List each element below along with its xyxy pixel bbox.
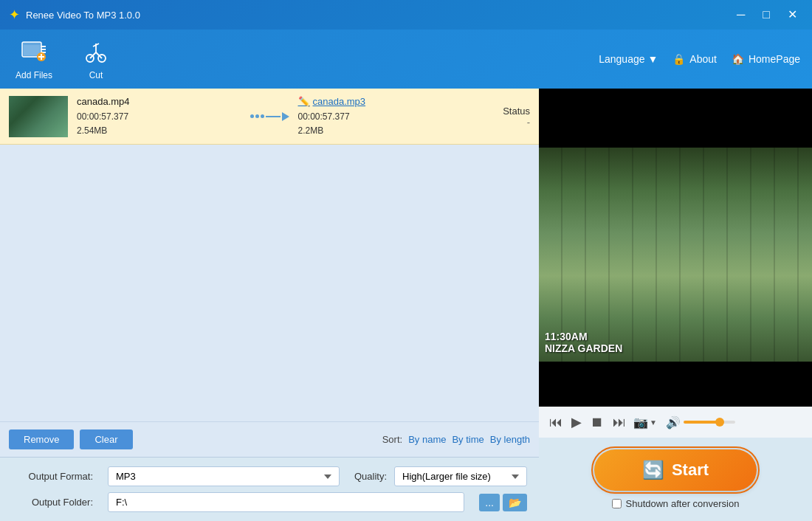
home-icon: 🏠 [732, 53, 744, 65]
start-button[interactable]: 🔄 Start [594, 449, 757, 491]
app-title: Renee Video To MP3 1.0.0 [26, 10, 140, 21]
table-row: canada.mp4 00:00:57.377 2.54MB ✏️canada.… [0, 89, 539, 145]
sort-by-length[interactable]: By length [490, 434, 530, 445]
clear-button[interactable]: Clear [80, 429, 132, 449]
output-settings: Output Format: MP3 Quality: High(Larger … [0, 457, 539, 521]
left-panel: canada.mp4 00:00:57.377 2.54MB ✏️canada.… [0, 89, 539, 521]
sort-label: Sort: [382, 434, 402, 445]
video-overlay: 11:30AM NIZZA GARDEN [545, 331, 622, 354]
sort-section: Sort: By name By time By length [382, 434, 530, 445]
video-black-top [539, 89, 812, 148]
lock-icon: 🔒 [672, 53, 685, 65]
cut-icon [81, 38, 111, 67]
cut-button[interactable]: Cut [74, 38, 118, 80]
stop-button[interactable]: ⏹ [589, 413, 605, 432]
output-duration: 00:00:57.377 [298, 110, 463, 124]
title-bar-left: ✦ Renee Video To MP3 1.0.0 [9, 7, 140, 23]
maximize-button[interactable]: □ [757, 7, 776, 22]
bottom-controls: Remove Clear Sort: By name By time By le… [0, 421, 539, 457]
thumbnail [9, 96, 68, 137]
open-folder-icon: 📂 [509, 497, 521, 508]
toolbar-right: Language ▼ 🔒 About 🏠 HomePage [599, 53, 800, 65]
camera-dropdown-icon: ▼ [650, 418, 657, 427]
right-panel: 11:30AM NIZZA GARDEN ⏮ ▶ ⏹ ⏭ 📷 ▼ 🔊 [539, 89, 812, 521]
volume-slider[interactable] [684, 421, 735, 424]
video-frame: 11:30AM NIZZA GARDEN [539, 148, 812, 362]
language-button[interactable]: Language ▼ [599, 53, 658, 65]
output-filename[interactable]: ✏️canada.mp3 [298, 94, 463, 110]
source-file-info: canada.mp4 00:00:57.377 2.54MB [77, 94, 241, 138]
toolbar-left: Add Files Cut [12, 38, 118, 80]
shutdown-checkbox[interactable] [612, 499, 622, 508]
toolbar: Add Files Cut Language ▼ 🔒 About [0, 30, 812, 89]
add-files-button[interactable]: Add Files [12, 38, 56, 80]
shutdown-row: Shutdown after conversion [612, 498, 740, 509]
video-location: NIZZA GARDEN [545, 342, 622, 354]
source-filename: canada.mp4 [77, 94, 241, 110]
folder-row: Output Folder: ... 📂 [12, 492, 527, 512]
add-files-icon [19, 38, 49, 67]
sort-by-name[interactable]: By name [408, 434, 446, 445]
language-label: Language [599, 53, 644, 65]
play-button[interactable]: ▶ [570, 413, 583, 432]
folder-buttons: ... 📂 [479, 494, 527, 511]
title-bar-controls: ─ □ ✕ [731, 7, 803, 22]
svg-rect-1 [24, 45, 40, 55]
app-icon: ✦ [9, 7, 20, 23]
start-label: Start [672, 460, 709, 480]
file-list: canada.mp4 00:00:57.377 2.54MB ✏️canada.… [0, 89, 539, 421]
folder-label: Output Folder: [12, 497, 93, 508]
volume-icon: 🔊 [666, 415, 681, 429]
title-bar: ✦ Renee Video To MP3 1.0.0 ─ □ ✕ [0, 0, 812, 30]
video-time: 11:30AM [545, 331, 622, 342]
video-preview: 11:30AM NIZZA GARDEN [539, 89, 812, 407]
convert-arrow-icon [250, 112, 289, 121]
quality-select[interactable]: High(Larger file size) [394, 466, 527, 486]
about-button[interactable]: 🔒 About [672, 53, 717, 65]
output-size: 2.2MB [298, 124, 463, 138]
quality-row: Quality: High(Larger file size) [354, 466, 527, 486]
source-size: 2.54MB [77, 124, 241, 138]
remove-button[interactable]: Remove [9, 429, 74, 449]
cut-label: Cut [89, 70, 103, 80]
homepage-label: HomePage [749, 53, 800, 65]
quality-label: Quality: [354, 471, 387, 482]
open-folder-button[interactable]: 📂 [503, 494, 527, 511]
close-button[interactable]: ✕ [782, 7, 803, 22]
skip-forward-button[interactable]: ⏭ [611, 413, 627, 432]
status-value: - [471, 117, 530, 128]
source-duration: 00:00:57.377 [77, 110, 241, 124]
snapshot-button[interactable]: 📷 ▼ [633, 415, 657, 429]
sort-by-time[interactable]: By time [452, 434, 484, 445]
minimize-button[interactable]: ─ [731, 7, 751, 22]
start-area: 🔄 Start Shutdown after conversion [539, 438, 812, 521]
status-label: Status [471, 106, 530, 117]
skip-back-button[interactable]: ⏮ [548, 413, 564, 432]
browse-button[interactable]: ... [479, 494, 500, 511]
output-file-info: ✏️canada.mp3 00:00:57.377 2.2MB [298, 94, 463, 138]
format-label: Output Format: [12, 471, 93, 482]
homepage-button[interactable]: 🏠 HomePage [732, 53, 800, 65]
video-trees-bg [539, 148, 812, 362]
folder-input[interactable] [108, 492, 464, 512]
volume-control: 🔊 [666, 415, 735, 429]
add-files-label: Add Files [16, 70, 52, 80]
camera-icon: 📷 [633, 415, 648, 429]
thumbnail-image [9, 96, 68, 137]
volume-thumb [715, 418, 724, 427]
about-label: About [689, 53, 717, 65]
start-refresh-icon: 🔄 [642, 460, 664, 480]
format-select[interactable]: MP3 [108, 466, 340, 486]
main-area: canada.mp4 00:00:57.377 2.54MB ✏️canada.… [0, 89, 812, 521]
video-controls: ⏮ ▶ ⏹ ⏭ 📷 ▼ 🔊 [539, 407, 812, 438]
language-dropdown-icon: ▼ [648, 53, 658, 65]
shutdown-label: Shutdown after conversion [626, 498, 740, 509]
format-row: Output Format: MP3 Quality: High(Larger … [12, 466, 527, 486]
status-section: Status - [471, 106, 530, 128]
